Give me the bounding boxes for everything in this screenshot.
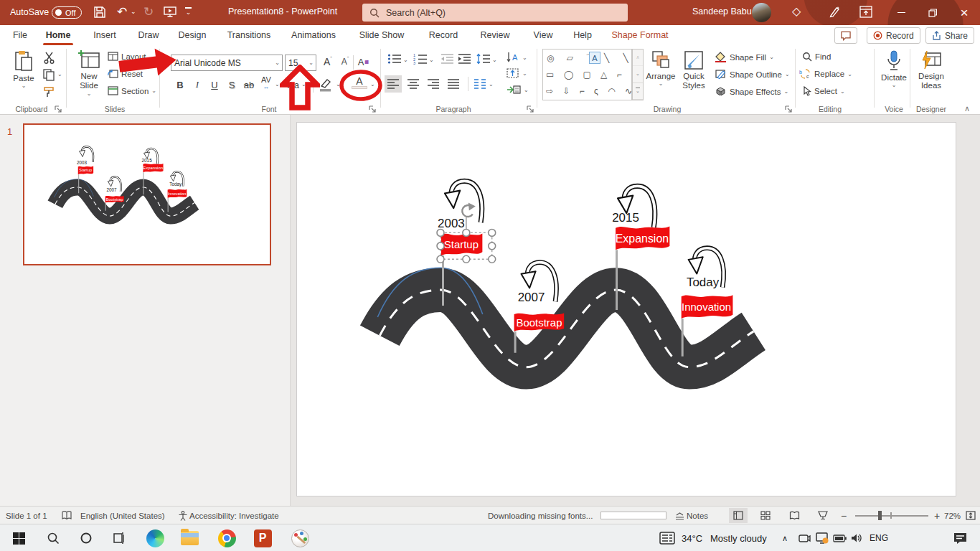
section-dropdown[interactable] [151,88,156,94]
design-ideas-button[interactable]: Design Ideas [914,50,948,90]
select-button[interactable]: Select [802,86,845,96]
increase-font-size-button[interactable]: Aˆ [320,54,336,70]
restore-button[interactable] [917,0,948,25]
spellcheck-icon[interactable] [62,507,72,524]
font-name-combo[interactable]: Arial Unicode MS [171,55,283,71]
accessibility-status[interactable]: Accessibility: Investigate [189,507,279,524]
share-button[interactable]: Share [925,27,974,44]
strikethrough-button[interactable]: ab [241,77,257,93]
close-button[interactable] [948,0,980,25]
tab-design[interactable]: Design [176,25,208,45]
slide-thumbnail[interactable] [23,123,271,265]
tab-record[interactable]: Record [426,25,461,45]
language-status[interactable]: English (United States) [80,507,165,524]
task-view-button[interactable] [109,528,129,548]
clear-formatting-button[interactable]: A◆ [356,54,372,70]
tray-display-icon[interactable] [814,528,831,548]
justify-button[interactable] [445,75,462,93]
quick-styles-button[interactable]: Quick Styles [677,50,710,90]
select-dropdown[interactable] [840,88,845,95]
comments-button[interactable] [834,27,857,44]
zoom-slider-thumb[interactable] [878,511,882,520]
zoom-slider-track[interactable] [855,515,928,517]
decrease-indent-button[interactable] [440,53,454,65]
shape-gallery[interactable]: ◎ ▱ ⌒ A ╲ ╲ ▭ ◯ ▢ △ ⌐ ↳ ⇨ ⇩ ⌐ ς ◠ ∿ [542,49,632,100]
notes-toggle[interactable]: Notes [687,507,708,524]
shape-fill-button[interactable]: Shape Fill [715,52,774,62]
record-button[interactable]: Record [867,27,920,44]
shape-row-2[interactable]: ▭ ◯ ▢ △ ⌐ ↳ [543,66,633,83]
powerpoint-icon[interactable]: P [253,528,273,548]
tab-draw[interactable]: Draw [136,25,161,45]
underline-button[interactable]: U [207,77,222,93]
chrome-icon[interactable] [217,528,237,548]
gallery-scroll-up[interactable] [633,50,643,66]
fit-to-window-button[interactable] [961,508,980,523]
align-text-dropdown[interactable] [522,70,527,77]
dictate-button[interactable]: Dictate [878,50,910,88]
font-name-dropdown[interactable] [275,60,280,66]
text-box-shape-selected[interactable]: A [589,52,600,64]
slide-indicator[interactable]: Slide 1 of 1 [6,507,47,524]
battery-icon[interactable] [831,528,848,548]
taskbar-search-button[interactable] [43,528,63,548]
undo-button[interactable] [117,6,127,18]
normal-view-button[interactable] [729,508,748,523]
start-button[interactable] [9,528,29,548]
tab-shape-format[interactable]: Shape Format [608,25,672,45]
slide-sorter-view-button[interactable] [756,508,775,523]
dictate-dropdown[interactable] [892,82,897,88]
bullets-button[interactable] [387,53,402,65]
cortana-button[interactable] [76,528,96,548]
shape-effects-dropdown[interactable] [783,88,788,95]
tab-slide-show[interactable]: Slide Show [357,25,406,45]
tab-file[interactable]: File [10,25,30,45]
autosave-toggle[interactable]: Off [52,6,82,19]
tab-home[interactable]: Home [43,25,73,45]
shape-effects-button[interactable]: Shape Effects [715,86,788,97]
tab-help[interactable]: Help [571,25,594,45]
premium-diamond-icon[interactable] [792,6,801,17]
cut-button[interactable] [43,52,55,64]
font-dialog-launcher[interactable] [369,105,377,113]
find-button[interactable]: Find [802,52,831,62]
zoom-level[interactable]: 72% [944,507,961,524]
tab-view[interactable]: View [531,25,555,45]
edge-icon[interactable] [145,528,165,548]
arrange-button[interactable]: Arrange [644,50,677,87]
copy-dropdown[interactable] [57,71,62,77]
convert-smartart-button[interactable] [507,84,529,95]
gallery-more-button[interactable] [633,83,643,100]
zoom-in-button[interactable] [934,507,940,524]
collapse-ribbon-button[interactable] [964,104,970,113]
undo-dropdown[interactable] [131,9,136,15]
minimize-button[interactable] [885,0,917,25]
drawing-dialog-launcher[interactable] [785,105,793,113]
columns-button[interactable] [473,78,486,89]
decrease-font-size-button[interactable]: Aˇ [337,54,353,70]
format-painter-button[interactable] [43,86,55,98]
news-widget-icon[interactable] [657,528,677,548]
weather-description[interactable]: Mostly cloudy [710,524,767,551]
slideshow-view-button[interactable] [814,508,832,523]
highlight-color-button[interactable] [319,78,333,92]
notification-center-button[interactable] [950,528,970,548]
arrange-dropdown[interactable] [659,80,664,87]
shape-row-3[interactable]: ⇨ ⇩ ⌐ ς ◠ ∿ [543,83,633,100]
avatar[interactable] [752,3,771,22]
shape-gallery-scrollbar[interactable] [632,49,644,100]
numbering-button[interactable]: 123 [413,53,428,65]
text-shadow-button[interactable]: S [224,77,240,93]
tab-animations[interactable]: Animations [288,25,339,45]
tab-insert[interactable]: Insert [90,25,119,45]
align-center-button[interactable] [405,75,422,93]
text-direction-button[interactable]: A [507,52,527,63]
section-button[interactable]: Section [108,86,156,95]
file-explorer-icon[interactable] [179,528,199,548]
columns-dropdown[interactable] [489,81,494,88]
spacing-dropdown[interactable] [275,81,280,88]
increase-indent-button[interactable] [458,53,471,65]
align-left-button[interactable] [385,75,402,93]
shape-outline-button[interactable]: Shape Outline [715,69,790,80]
copy-button[interactable] [43,69,55,81]
